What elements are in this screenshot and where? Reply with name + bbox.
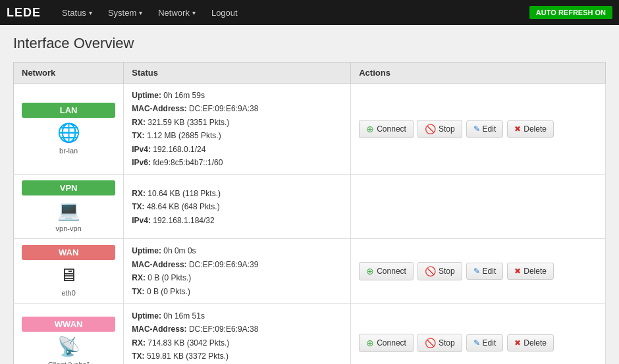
- network-badge: VPN: [22, 180, 115, 195]
- nav-status[interactable]: Status ▾: [54, 3, 100, 23]
- delete-button[interactable]: ✖ Delete: [507, 263, 554, 280]
- connect-button[interactable]: ⊕ Connect: [359, 262, 414, 280]
- network-sub-label: vpn-vpn: [56, 224, 82, 232]
- edit-icon: ✎: [473, 124, 480, 134]
- action-buttons: ⊕ Connect 🚫 Stop ✎ Edit ✖ Delete: [359, 120, 597, 138]
- delete-icon: ✖: [514, 338, 521, 348]
- rx-label: RX: 321.59 KB (3351 Pkts.): [132, 118, 229, 127]
- network-sub-label: Client "yoba": [48, 361, 90, 364]
- ipv4-label: IPv4: 192.168.1.184/32: [132, 216, 214, 225]
- network-icon: 💻: [22, 199, 115, 221]
- table-row: LAN🌐br-lanUptime: 0h 16m 59sMAC-Address:…: [14, 84, 606, 175]
- brand-logo: LEDE: [7, 6, 41, 20]
- delete-label: Delete: [524, 338, 547, 348]
- table-row: VPN💻vpn-vpnRX: 10.64 KB (118 Pkts.)TX: 4…: [14, 175, 606, 239]
- col-network: Network: [14, 63, 124, 84]
- connect-icon: ⊕: [366, 124, 374, 134]
- connect-button[interactable]: ⊕ Connect: [359, 334, 414, 352]
- actions-cell: ⊕ Connect 🚫 Stop ✎ Edit ✖ Delete: [351, 84, 606, 175]
- table-row: WWAN📡Client "yoba"Uptime: 0h 16m 51sMAC-…: [14, 303, 606, 364]
- delete-button[interactable]: ✖ Delete: [507, 120, 554, 138]
- stop-icon: 🚫: [425, 266, 436, 276]
- stop-icon: 🚫: [425, 338, 436, 348]
- mac-label: MAC-Address: DC:EF:09:E6:9A:39: [132, 260, 258, 269]
- uptime-label: Uptime: 0h 16m 51s: [132, 311, 205, 321]
- network-badge: LAN: [22, 103, 115, 118]
- network-icon: 🖥: [22, 264, 115, 286]
- action-buttons: ⊕ Connect 🚫 Stop ✎ Edit ✖ Delete: [359, 334, 597, 352]
- status-cell: Uptime: 0h 16m 59sMAC-Address: DC:EF:09:…: [124, 84, 351, 175]
- network-cell: LAN🌐br-lan: [14, 84, 124, 175]
- stop-label: Stop: [439, 124, 455, 134]
- delete-icon: ✖: [514, 267, 521, 276]
- nav-network[interactable]: Network ▾: [150, 3, 203, 23]
- uptime-label: Uptime: 0h 16m 59s: [132, 91, 205, 100]
- stop-button[interactable]: 🚫 Stop: [417, 262, 462, 280]
- interface-table: Network Status Actions LAN🌐br-lanUptime:…: [13, 62, 606, 364]
- navbar: LEDE Status ▾ System ▾ Network ▾ Logout …: [0, 0, 619, 25]
- tx-label: TX: 1.12 MB (2685 Pkts.): [132, 131, 221, 140]
- delete-button[interactable]: ✖ Delete: [507, 334, 554, 351]
- rx-label: RX: 10.64 KB (118 Pkts.): [132, 189, 221, 198]
- tx-label: TX: 48.64 KB (648 Pkts.): [132, 202, 219, 211]
- edit-icon: ✎: [473, 338, 480, 348]
- network-sub-label: eth0: [61, 289, 75, 297]
- col-status: Status: [124, 63, 351, 84]
- actions-cell: ⊕ Connect 🚫 Stop ✎ Edit ✖ Delete: [351, 239, 606, 304]
- tx-label: TX: 519.81 KB (3372 Pkts.): [132, 351, 229, 361]
- edit-label: Edit: [483, 267, 497, 276]
- network-badge: WAN: [22, 245, 115, 260]
- content-area: Interface Overview Network Status Action…: [0, 25, 619, 364]
- rx-label: RX: 714.83 KB (3042 Pkts.): [132, 338, 229, 348]
- chevron-down-icon: ▾: [89, 9, 92, 16]
- actions-cell: [351, 175, 606, 239]
- full-page: LEDE Status ▾ System ▾ Network ▾ Logout …: [0, 0, 619, 364]
- stop-label: Stop: [439, 338, 455, 348]
- nav-system[interactable]: System ▾: [100, 3, 150, 23]
- connect-button[interactable]: ⊕ Connect: [359, 120, 414, 138]
- network-icon: 🌐: [22, 122, 115, 143]
- network-cell: VPN💻vpn-vpn: [14, 175, 124, 239]
- edit-label: Edit: [483, 338, 497, 348]
- chevron-down-icon: ▾: [192, 9, 196, 16]
- delete-label: Delete: [524, 124, 547, 134]
- chevron-down-icon: ▾: [139, 9, 142, 16]
- mac-label: MAC-Address: DC:EF:09:E6:9A:38: [132, 325, 258, 334]
- stop-button[interactable]: 🚫 Stop: [417, 120, 462, 138]
- status-cell: Uptime: 0h 0m 0sMAC-Address: DC:EF:09:E6…: [124, 239, 351, 304]
- col-actions: Actions: [351, 63, 606, 84]
- delete-icon: ✖: [514, 124, 521, 134]
- network-cell: WAN🖥eth0: [14, 239, 124, 304]
- edit-button[interactable]: ✎ Edit: [466, 334, 504, 351]
- network-icon: 📡: [22, 336, 115, 357]
- actions-cell: ⊕ Connect 🚫 Stop ✎ Edit ✖ Delete: [351, 303, 606, 364]
- stop-icon: 🚫: [425, 124, 436, 134]
- stop-button[interactable]: 🚫 Stop: [417, 334, 462, 352]
- connect-label: Connect: [377, 338, 406, 348]
- delete-label: Delete: [524, 267, 547, 276]
- table-row: WAN🖥eth0Uptime: 0h 0m 0sMAC-Address: DC:…: [14, 239, 606, 304]
- edit-icon: ✎: [473, 267, 480, 276]
- connect-icon: ⊕: [366, 266, 374, 276]
- network-badge: WWAN: [22, 317, 115, 332]
- edit-label: Edit: [483, 124, 497, 134]
- action-buttons: ⊕ Connect 🚫 Stop ✎ Edit ✖ Delete: [359, 262, 597, 280]
- stop-label: Stop: [439, 267, 455, 276]
- status-cell: RX: 10.64 KB (118 Pkts.)TX: 48.64 KB (64…: [124, 175, 351, 239]
- nav-logout[interactable]: Logout: [203, 3, 246, 23]
- connect-icon: ⊕: [366, 338, 374, 348]
- page-title: Interface Overview: [13, 35, 606, 52]
- status-cell: Uptime: 0h 16m 51sMAC-Address: DC:EF:09:…: [124, 303, 351, 364]
- auto-refresh-badge[interactable]: AUTO REFRESH ON: [529, 6, 612, 19]
- edit-button[interactable]: ✎ Edit: [466, 263, 504, 280]
- mac-label: MAC-Address: DC:EF:09:E6:9A:38: [132, 104, 258, 113]
- connect-label: Connect: [377, 124, 406, 134]
- edit-button[interactable]: ✎ Edit: [466, 120, 504, 138]
- tx-label: TX: 0 B (0 Pkts.): [132, 287, 190, 296]
- ipv4-label: IPv4: 192.168.0.1/24: [132, 145, 205, 154]
- uptime-label: Uptime: 0h 0m 0s: [132, 246, 196, 255]
- rx-label: RX: 0 B (0 Pkts.): [132, 273, 191, 282]
- connect-label: Connect: [377, 267, 406, 276]
- network-sub-label: br-lan: [59, 147, 78, 155]
- network-cell: WWAN📡Client "yoba": [14, 303, 124, 364]
